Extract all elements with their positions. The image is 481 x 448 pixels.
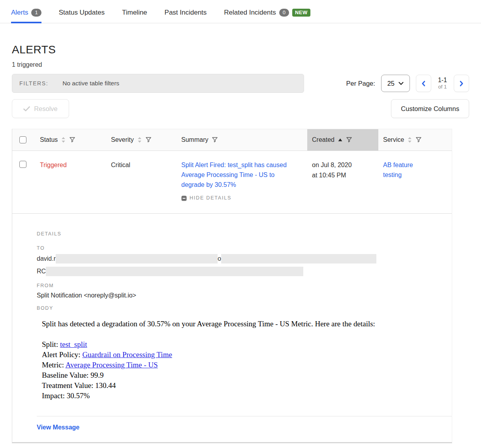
tab-bar: Alerts 1 Status Updates Timeline Past In… <box>0 0 481 23</box>
email-field-alert-policy: Alert Policy: Guardrail on Processing Ti… <box>42 350 452 360</box>
alerts-count-badge: 1 <box>31 9 41 17</box>
prev-page-button[interactable] <box>416 75 431 92</box>
redaction-bar <box>46 267 303 276</box>
column-header-created[interactable]: Created <box>307 129 378 151</box>
table-header-row: Status Severity Summary <box>12 129 452 151</box>
tab-timeline[interactable]: Timeline <box>122 9 147 23</box>
tab-past-incidents[interactable]: Past Incidents <box>165 9 207 23</box>
tab-related-incidents[interactable]: Related Incidents 0 NEW <box>224 9 310 23</box>
alert-created: on Jul 8, 2020 at 10:45 PM <box>307 160 378 203</box>
alert-summary-cell: Split Alert Fired: test_split has caused… <box>177 160 307 203</box>
resolve-button[interactable]: Resolve <box>12 99 69 118</box>
sort-ascending-icon[interactable] <box>338 138 342 141</box>
per-page-value: 25 <box>387 80 395 87</box>
minus-square-icon <box>181 196 187 201</box>
summary-column-label: Summary <box>181 136 208 143</box>
email-body: Split has detected a degradation of 30.5… <box>42 319 452 401</box>
from-value: Split Notification <noreply@split.io> <box>37 292 452 299</box>
sort-icon[interactable] <box>61 137 66 143</box>
select-all-checkbox[interactable] <box>19 136 26 143</box>
tab-related-incidents-label: Related Incidents <box>224 9 276 17</box>
new-feature-badge: NEW <box>292 9 310 17</box>
page-total: of 1 <box>438 84 447 90</box>
alert-summary-link[interactable]: Split Alert Fired: test_split has caused… <box>181 160 294 190</box>
filters-label: FILTERS: <box>19 80 48 87</box>
tab-alerts[interactable]: Alerts 1 <box>11 9 41 23</box>
pagination-controls: Per Page: 25 1-1 of 1 <box>346 75 469 92</box>
field-label: Metric: <box>42 361 66 369</box>
from-label: FROM <box>37 283 452 288</box>
chevron-right-icon <box>460 81 464 87</box>
tab-status-updates[interactable]: Status Updates <box>59 9 105 23</box>
per-page-select[interactable]: 25 <box>381 75 410 92</box>
filter-icon[interactable] <box>415 137 422 143</box>
filter-icon[interactable] <box>145 137 152 143</box>
email-field-metric: Metric: Average Processing Time - US <box>42 360 452 370</box>
email-intro: Split has detected a degradation of 30.5… <box>42 319 452 329</box>
field-label: Treatment Value: <box>42 381 95 390</box>
created-column-label: Created <box>312 136 334 143</box>
next-page-button[interactable] <box>454 75 469 92</box>
field-label: Impact: <box>42 392 67 400</box>
chevron-left-icon <box>421 81 425 87</box>
filter-icon[interactable] <box>69 137 75 143</box>
status-column-label: Status <box>40 136 58 143</box>
to-recipients-line2: RC <box>37 267 452 276</box>
metric-link[interactable]: Average Processing Time - US <box>66 361 158 369</box>
alert-status: Triggered <box>35 160 106 203</box>
page-title: ALERTS <box>12 44 469 56</box>
sort-icon[interactable] <box>408 137 412 143</box>
email-field-baseline: Baseline Value: 99.9 <box>42 370 452 380</box>
filter-icon[interactable] <box>346 137 352 143</box>
tab-timeline-label: Timeline <box>122 9 147 17</box>
redaction-bar <box>221 254 376 264</box>
field-value: 30.57% <box>67 392 90 400</box>
customize-columns-button[interactable]: Customize Columns <box>391 99 469 118</box>
to-recipient-text: david.r <box>37 255 56 262</box>
details-divider <box>37 416 452 416</box>
column-header-service[interactable]: Service <box>378 129 453 151</box>
tab-alerts-label: Alerts <box>11 9 28 17</box>
alerts-page: Alerts 1 Status Updates Timeline Past In… <box>0 0 481 448</box>
alert-created-date: on Jul 8, 2020 <box>312 160 378 170</box>
header-checkbox-cell <box>12 129 35 151</box>
related-incidents-count-badge: 0 <box>279 9 289 17</box>
filters-bar[interactable]: FILTERS: No active table filters <box>12 74 304 93</box>
to-recipient-text: o <box>218 255 221 262</box>
triggered-count: 1 triggered <box>12 61 469 68</box>
alert-service-cell: AB feature testing <box>378 160 453 203</box>
row-checkbox[interactable] <box>19 161 26 168</box>
hide-details-label: HIDE DETAILS <box>190 193 231 203</box>
column-header-severity[interactable]: Severity <box>106 129 177 151</box>
page-range-value: 1-1 <box>438 77 447 84</box>
column-header-summary[interactable]: Summary <box>177 129 307 151</box>
resolve-button-label: Resolve <box>34 105 58 113</box>
severity-column-label: Severity <box>111 136 134 143</box>
tab-status-updates-label: Status Updates <box>59 9 105 17</box>
page-range: 1-1 of 1 <box>437 77 448 90</box>
view-message-link[interactable]: View Message <box>37 424 79 431</box>
alert-created-time: at 10:45 PM <box>312 170 378 181</box>
email-field-treatment: Treatment Value: 130.44 <box>42 380 452 391</box>
hide-details-toggle[interactable]: HIDE DETAILS <box>181 193 307 203</box>
service-column-label: Service <box>383 136 404 143</box>
alert-service-link[interactable]: AB feature testing <box>383 160 427 180</box>
field-label: Split: <box>42 340 60 348</box>
alert-severity: Critical <box>106 160 177 203</box>
email-field-impact: Impact: 30.57% <box>42 391 452 401</box>
filter-icon[interactable] <box>212 137 218 143</box>
alert-policy-link[interactable]: Guardrail on Processing Time <box>82 350 172 359</box>
field-label: Alert Policy: <box>42 350 82 359</box>
body-label: BODY <box>37 305 452 311</box>
sort-icon[interactable] <box>137 137 142 143</box>
alerts-table: Status Severity Summary <box>12 129 452 443</box>
checkmark-icon <box>23 106 30 111</box>
per-page-label: Per Page: <box>346 80 375 87</box>
customize-columns-label: Customize Columns <box>401 105 459 113</box>
split-link[interactable]: test_split <box>60 340 87 348</box>
to-recipients-line1: david.r o <box>37 254 452 264</box>
column-header-status[interactable]: Status <box>35 129 106 151</box>
field-value: 99.9 <box>90 371 103 379</box>
alert-details-panel: DETAILS TO david.r o RC FROM Split Notif… <box>12 214 452 442</box>
row-checkbox-cell <box>12 160 35 203</box>
